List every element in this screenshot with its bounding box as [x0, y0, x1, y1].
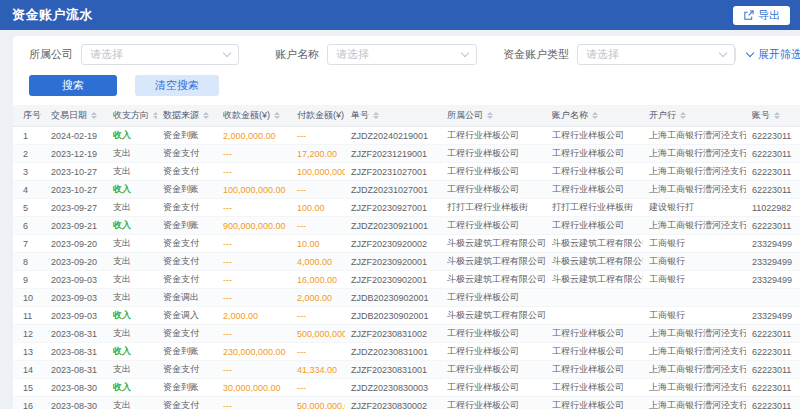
cell-source: 资金支付 — [157, 163, 217, 181]
table-row: 22023-12-19支出资金支付---17,200.00ZJZF2023121… — [13, 145, 800, 163]
cell-company: 斗极云建筑工程有限公司 — [441, 271, 546, 289]
cell-payment: 500,000,000.00 — [291, 325, 345, 343]
cell-no: 13 — [13, 343, 45, 361]
cell-order_no: ZJDB20230902001 — [345, 307, 441, 325]
cell-bank: 上海工商银行漕河泾支行 — [643, 361, 746, 379]
column-label: 单号 — [351, 109, 369, 122]
cell-direction: 支出 — [107, 325, 157, 343]
table-row: 162023-08-30支出资金支付---50,000,000.00ZJZF20… — [13, 397, 800, 409]
table-row: 92023-09-03支出资金支付---16,000.00ZJZF2023090… — [13, 271, 800, 289]
cell-date: 2024-02-19 — [45, 127, 107, 145]
column-header-account_no[interactable]: 账号 — [746, 105, 800, 127]
cell-account_name: 工程行业样板公司 — [546, 379, 643, 397]
sort-icon[interactable] — [487, 112, 493, 120]
export-icon — [743, 10, 754, 21]
sort-icon[interactable] — [153, 112, 157, 120]
cell-source: 资金支付 — [157, 271, 217, 289]
column-label: 账户名称 — [552, 109, 588, 122]
cell-direction: 支出 — [107, 289, 157, 307]
account-name-select[interactable]: 请选择 — [327, 44, 477, 65]
cell-company: 工程行业样板公司 — [441, 163, 546, 181]
cell-account_name: 工程行业样板公司 — [546, 325, 643, 343]
filter-account-name-label: 账户名称 — [275, 47, 319, 62]
filter-group-account-name: 账户名称 请选择 — [275, 44, 477, 65]
cell-source: 资金调入 — [157, 307, 217, 325]
cell-company: 工程行业样板公司 — [441, 289, 546, 307]
cell-source: 资金到账 — [157, 343, 217, 361]
cell-source: 资金支付 — [157, 199, 217, 217]
cell-account_name — [546, 289, 643, 307]
cell-no: 6 — [13, 217, 45, 235]
column-label: 所属公司 — [447, 109, 483, 122]
action-buttons-row: 搜索 清空搜索 — [13, 65, 800, 102]
cell-account_name: 工程行业样板公司 — [546, 397, 643, 409]
cell-order_no: ZJZF20230920002 — [345, 235, 441, 253]
cell-bank: 工商银行 — [643, 307, 746, 325]
table-header-row: 序号交易日期收支方向数据来源收款金额(¥)付款金额(¥)单号所属公司账户名称开户… — [13, 105, 800, 127]
cell-company: 工程行业样板公司 — [441, 325, 546, 343]
cell-bank: 上海工商银行漕河泾支行 — [643, 379, 746, 397]
table-row: 32023-10-27支出资金支付---100,000,000.00ZJZF20… — [13, 163, 800, 181]
export-button[interactable]: 导出 — [733, 6, 790, 25]
cell-date: 2023-10-27 — [45, 181, 107, 199]
column-header-payment[interactable]: 付款金额(¥) — [291, 105, 345, 127]
sort-icon[interactable] — [774, 112, 780, 120]
cell-company: 打打工程行业样板街 — [441, 199, 546, 217]
table-row: 82023-09-20支出资金支付---4,000.00ZJZF20230920… — [13, 253, 800, 271]
cell-account_name: 工程行业样板公司 — [546, 217, 643, 235]
column-label: 收款金额(¥) — [223, 109, 270, 122]
column-header-receipt[interactable]: 收款金额(¥) — [217, 105, 291, 127]
cell-order_no: ZJDZ20230831001 — [345, 343, 441, 361]
cell-no: 8 — [13, 253, 45, 271]
sort-icon[interactable] — [373, 112, 379, 120]
column-header-date[interactable]: 交易日期 — [45, 105, 107, 127]
sort-icon[interactable] — [680, 112, 686, 120]
cell-receipt: --- — [217, 271, 291, 289]
cell-source: 资金到账 — [157, 127, 217, 145]
cell-date: 2023-09-20 — [45, 253, 107, 271]
cell-bank: 上海工商银行漕河泾支行 — [643, 343, 746, 361]
cell-account_name: 工程行业样板公司 — [546, 343, 643, 361]
cell-payment: --- — [291, 379, 345, 397]
column-header-order_no[interactable]: 单号 — [345, 105, 441, 127]
sort-icon[interactable] — [592, 112, 598, 120]
cell-no: 1 — [13, 127, 45, 145]
expand-filter-link[interactable]: 展开筛选 — [735, 47, 800, 62]
column-header-source[interactable]: 数据来源 — [157, 105, 217, 127]
column-header-account_name[interactable]: 账户名称 — [546, 105, 643, 127]
column-label: 序号 — [23, 109, 41, 122]
sort-icon[interactable] — [203, 112, 209, 120]
cell-account_no: 62223011 — [746, 325, 800, 343]
cell-account_no: 23329499 — [746, 235, 800, 253]
cell-no: 15 — [13, 379, 45, 397]
cell-account_no: 11022982 — [746, 199, 800, 217]
cell-payment: 10.00 — [291, 235, 345, 253]
cell-payment: --- — [291, 181, 345, 199]
cell-account_name — [546, 307, 643, 325]
cell-date: 2023-09-03 — [45, 289, 107, 307]
cell-order_no: ZJZF20231219001 — [345, 145, 441, 163]
column-header-direction[interactable]: 收支方向 — [107, 105, 157, 127]
account-type-select[interactable]: 请选择 — [577, 44, 735, 65]
clear-search-button[interactable]: 清空搜索 — [135, 75, 219, 96]
cell-bank: 工商银行 — [643, 235, 746, 253]
cell-account_no: 23329499 — [746, 253, 800, 271]
column-header-bank[interactable]: 开户行 — [643, 105, 746, 127]
cell-account_no: 62223011 — [746, 361, 800, 379]
cell-company: 工程行业样板公司 — [441, 397, 546, 409]
cell-no: 10 — [13, 289, 45, 307]
cell-direction: 支出 — [107, 271, 157, 289]
cell-date: 2023-08-31 — [45, 361, 107, 379]
cell-no: 5 — [13, 199, 45, 217]
search-button[interactable]: 搜索 — [29, 75, 117, 96]
cell-date: 2023-08-31 — [45, 325, 107, 343]
cell-receipt: --- — [217, 145, 291, 163]
cell-date: 2023-09-27 — [45, 199, 107, 217]
table-row: 152023-08-30收入资金到账30,000,000.00---ZJDZ20… — [13, 379, 800, 397]
company-select[interactable]: 请选择 — [81, 44, 239, 65]
sort-icon[interactable] — [91, 112, 97, 120]
filter-company-label: 所属公司 — [29, 47, 73, 62]
column-header-company[interactable]: 所属公司 — [441, 105, 546, 127]
cell-payment: --- — [291, 127, 345, 145]
sort-icon[interactable] — [274, 112, 280, 120]
